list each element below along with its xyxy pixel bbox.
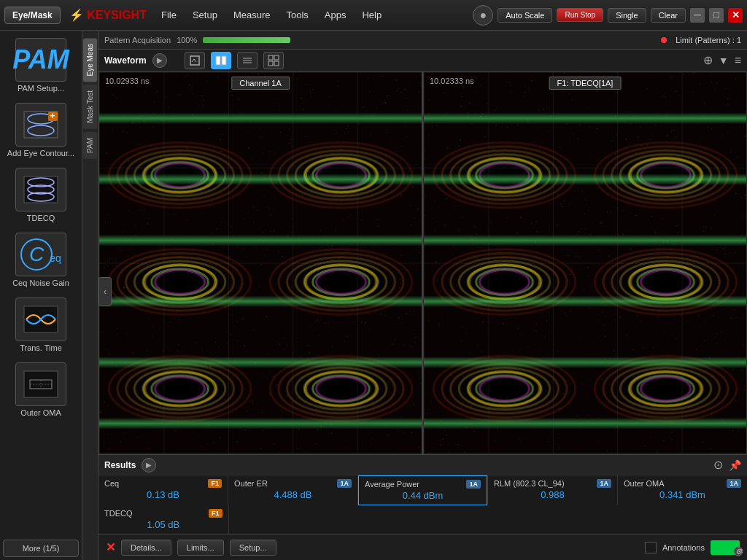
svg-rect-23 (274, 55, 279, 60)
results-grid: Ceq F1 0.13 dB Outer ER 1A 4.488 dB Aver… (98, 475, 747, 505)
result-tdecq-badge: F1 (209, 509, 222, 518)
annotations-checkbox[interactable] (645, 542, 657, 553)
pin-icon[interactable]: 📌 (729, 459, 741, 471)
result-avg-power[interactable]: Average Power 1A 0.44 dBm (358, 475, 487, 505)
menu-button[interactable]: ≡ (735, 54, 741, 67)
play-button[interactable]: ▶ (152, 53, 167, 68)
svg-rect-17 (216, 56, 220, 65)
result-outer-oma-value: 0.341 dBm (624, 489, 741, 500)
dismiss-icon[interactable]: ✕ (106, 540, 115, 554)
menu-measure[interactable]: Measure (228, 7, 276, 23)
auto-scale-button[interactable]: Auto Scale (498, 8, 552, 23)
minimize-button[interactable]: ─ (690, 8, 705, 23)
channel-1-display: 10.02933 ns Channel 1A (98, 71, 423, 454)
display-multi-btn[interactable] (211, 52, 231, 69)
limits-button[interactable]: Limits... (177, 540, 224, 556)
results-play-button[interactable]: ▶ (142, 458, 156, 472)
svg-point-4 (28, 125, 54, 136)
annotations-label: Annotations (662, 543, 705, 552)
sidebar-item-ceq[interactable]: C eq Ceq Noise Gain (3, 228, 79, 292)
single-button[interactable]: Single (608, 8, 646, 23)
chevron-down-button[interactable]: ▼ (719, 55, 729, 66)
scope-display: 10.02933 ns Channel 1A 10.02333 ns F1: T… (98, 71, 747, 454)
keysight-logo: ⚡ KEYSIGHT (69, 8, 147, 22)
svg-rect-25 (274, 61, 279, 66)
svg-text:+: + (50, 111, 55, 121)
eye-diagram-f1 (424, 72, 746, 454)
result-tdecq[interactable]: TDECQ F1 1.05 dB (98, 505, 228, 534)
record-button[interactable]: ● (473, 5, 493, 26)
trans-time-icon-box (15, 298, 66, 341)
run-stop-button[interactable]: Run Stop (557, 8, 603, 22)
result-outer-oma[interactable]: Outer OMA 1A 0.341 dBm (618, 475, 747, 505)
result-tdecq-value: 1.05 dB (104, 519, 222, 530)
svg-rect-24 (268, 61, 273, 66)
more-button[interactable]: More (1/5) (3, 540, 79, 557)
waveform-label: Waveform (104, 55, 147, 66)
results-row2: TDECQ F1 1.05 dB (98, 505, 747, 534)
sidebar-item-trans-time[interactable]: Trans. Time (3, 293, 79, 357)
pam-label: PAM Setup... (18, 84, 64, 93)
menu-tools[interactable]: Tools (280, 7, 314, 23)
time-label-1: 10.02933 ns (105, 77, 150, 85)
result-rlm-value: 0.988 (494, 489, 611, 500)
result-avg-power-badge: 1A (466, 480, 481, 489)
menu-file[interactable]: File (155, 7, 182, 23)
result-outer-er[interactable]: Outer ER 1A 4.488 dB (228, 475, 357, 505)
content-area: ‹ Pattern Acquisition 100% Limit (Patter… (98, 31, 747, 560)
sidebar-item-tdecq[interactable]: TDECQ (3, 163, 79, 227)
setup-button[interactable]: Setup... (230, 540, 276, 556)
result-outer-er-value: 4.488 dB (234, 489, 352, 500)
multi-wave-icon (215, 55, 227, 66)
vertical-tabs: Eye Meas Mask Test PAM (82, 31, 98, 560)
result-rlm[interactable]: RLM (802.3 CL_94) 1A 0.988 (488, 475, 617, 505)
progress-fill (203, 37, 290, 43)
sidebar-item-outer-oma[interactable]: Outer OMA (3, 358, 79, 421)
results-chevron[interactable]: ⊙ (713, 458, 723, 472)
channel-label-1: Channel 1A (231, 77, 290, 90)
sidebar-item-pam[interactable]: PAM ⚙ PAM Setup... (3, 34, 79, 97)
tdecq-label: TDECQ (27, 214, 55, 222)
result-ceq[interactable]: Ceq F1 0.13 dB (98, 475, 228, 505)
result-ceq-name: Ceq (104, 479, 119, 488)
outer-oma-icon-box (15, 362, 66, 406)
result-empty (229, 505, 747, 534)
ceq-icon: C (20, 238, 53, 271)
vtab-pam[interactable]: PAM (83, 132, 97, 159)
clear-button[interactable]: Clear (651, 8, 686, 23)
vtab-eye-meas[interactable]: Eye Meas (83, 38, 97, 82)
outer-oma-label: Outer OMA (20, 408, 61, 417)
crosshair-button[interactable]: ⊕ (703, 53, 713, 67)
results-header: Results ▶ ⊙ 📌 (98, 455, 747, 475)
result-outer-oma-badge: 1A (727, 479, 741, 488)
titlebar: Eye/Mask ⚡ KEYSIGHT File Setup Measure T… (0, 0, 747, 31)
time-label-f1: 10.02333 ns (430, 77, 474, 85)
sidebar: PAM ⚙ PAM Setup... + Add Eye (0, 31, 82, 560)
result-outer-er-name: Outer ER (234, 479, 268, 488)
menu-help[interactable]: Help (356, 7, 387, 23)
display-grid-btn[interactable] (263, 52, 284, 69)
maximize-button[interactable]: □ (709, 8, 724, 23)
channel-f1-display: 10.02333 ns F1: TDECQ[1A] (423, 71, 747, 454)
pam-icon: PAM ⚙ (15, 38, 66, 82)
display-single-btn[interactable] (185, 52, 205, 69)
menu-setup[interactable]: Setup (187, 7, 223, 23)
svg-rect-22 (268, 55, 273, 60)
collapse-button[interactable]: ‹ (98, 277, 112, 306)
grid-wave-icon (268, 55, 279, 66)
action-bar: ✕ Details... Limits... Setup... Annotati… (98, 534, 747, 560)
menu-apps[interactable]: Apps (319, 7, 352, 23)
close-button[interactable]: ✕ (728, 8, 743, 23)
progress-bar (203, 37, 290, 43)
vtab-mask-test[interactable]: Mask Test (83, 85, 97, 129)
display-list-btn[interactable] (237, 52, 258, 69)
trans-time-label: Trans. Time (20, 343, 62, 352)
sidebar-item-eye-contour[interactable]: + Add Eye Contour... (3, 98, 79, 162)
list-wave-icon (241, 55, 253, 66)
acq-label: Pattern Acquisition (104, 36, 171, 44)
limit-indicator (661, 37, 667, 43)
single-wave-icon (189, 55, 201, 66)
details-button[interactable]: Details... (121, 540, 171, 556)
eye-mask-button[interactable]: Eye/Mask (4, 7, 61, 24)
acq-percent: 100% (177, 36, 197, 44)
